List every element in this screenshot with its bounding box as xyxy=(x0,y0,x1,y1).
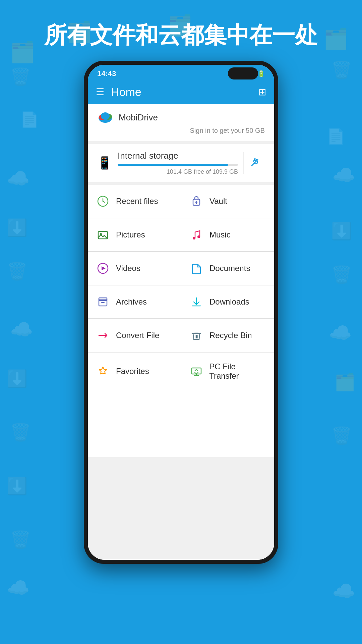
app-title: Home xyxy=(111,86,252,99)
mobidrive-signin: Sign in to get your 50 GB xyxy=(97,127,265,135)
documents-label: Documents xyxy=(209,264,250,273)
documents-icon xyxy=(189,261,203,275)
mobidrive-name: MobiDrive xyxy=(119,112,158,123)
menu-item-recent-files[interactable]: Recent files xyxy=(88,185,181,218)
menu-item-vault[interactable]: Vault xyxy=(181,185,274,218)
bottom-space xyxy=(88,390,274,457)
phone-screen: 14:43 📶 🔋 ☰ Home ⊞ xyxy=(88,65,274,560)
pc-file-transfer-label: PC File Transfer xyxy=(209,362,266,381)
menu-item-pc-file-transfer[interactable]: PC File Transfer xyxy=(181,353,274,390)
mobidrive-row: MobiDrive xyxy=(97,111,265,124)
phone-storage-icon: 📱 xyxy=(97,156,112,170)
menu-item-archives[interactable]: Archives xyxy=(88,285,181,318)
convert-file-icon xyxy=(96,328,110,342)
archives-label: Archives xyxy=(116,297,147,307)
menu-item-pictures[interactable]: Pictures xyxy=(88,218,181,251)
main-content: MobiDrive Sign in to get your 50 GB 📱 In… xyxy=(88,104,274,560)
videos-icon xyxy=(96,261,110,275)
menu-item-documents[interactable]: Documents xyxy=(181,252,274,285)
hamburger-menu-icon[interactable]: ☰ xyxy=(96,87,104,98)
phone-frame: 14:43 📶 🔋 ☰ Home ⊞ xyxy=(84,61,278,564)
storage-name: Internal storage xyxy=(118,151,238,161)
vault-icon xyxy=(189,194,203,208)
svg-point-3 xyxy=(101,112,110,120)
page-heading: 所有文件和云都集中在一处 xyxy=(31,20,331,51)
svg-point-10 xyxy=(197,235,200,238)
vault-label: Vault xyxy=(209,197,227,206)
archives-icon xyxy=(96,295,110,309)
status-time: 14:43 xyxy=(97,69,116,78)
svg-point-8 xyxy=(100,233,102,235)
menu-item-music[interactable]: Music xyxy=(181,218,274,251)
filter-icon[interactable]: ⊞ xyxy=(258,87,266,98)
recent-files-icon xyxy=(96,194,110,208)
menu-grid: Recent files Vault xyxy=(88,185,274,390)
favorites-label: Favorites xyxy=(116,367,149,376)
menu-item-favorites[interactable]: Favorites xyxy=(88,353,181,390)
storage-card[interactable]: 📱 Internal storage 101.4 GB free of 109.… xyxy=(88,144,274,182)
menu-item-convert-file[interactable]: Convert File xyxy=(88,319,181,352)
storage-free-text: 101.4 GB free of 109.9 GB xyxy=(118,168,238,175)
recycle-bin-icon xyxy=(189,328,203,342)
camera-notch xyxy=(228,67,258,79)
app-bar: ☰ Home ⊞ xyxy=(88,80,274,104)
svg-point-6 xyxy=(195,201,197,203)
music-label: Music xyxy=(209,230,231,239)
menu-item-recycle-bin[interactable]: Recycle Bin xyxy=(181,319,274,352)
recent-files-label: Recent files xyxy=(116,197,158,206)
convert-file-label: Convert File xyxy=(116,331,159,340)
music-icon xyxy=(189,228,203,242)
pictures-icon xyxy=(96,228,110,242)
storage-bar xyxy=(118,164,238,166)
clean-button[interactable] xyxy=(243,152,265,174)
downloads-label: Downloads xyxy=(209,297,249,307)
pictures-label: Pictures xyxy=(116,230,145,239)
recycle-bin-label: Recycle Bin xyxy=(209,331,252,340)
pc-file-transfer-icon xyxy=(189,364,203,378)
mobidrive-logo xyxy=(97,111,113,124)
mobidrive-card[interactable]: MobiDrive Sign in to get your 50 GB xyxy=(88,104,274,141)
downloads-icon xyxy=(189,295,203,309)
storage-bar-fill xyxy=(118,164,228,166)
battery-icon: 🔋 xyxy=(257,70,265,77)
videos-label: Videos xyxy=(116,264,140,273)
favorites-icon xyxy=(96,364,110,378)
svg-point-9 xyxy=(193,237,195,239)
menu-item-videos[interactable]: Videos xyxy=(88,252,181,285)
storage-info: Internal storage 101.4 GB free of 109.9 … xyxy=(118,151,238,175)
menu-item-downloads[interactable]: Downloads xyxy=(181,285,274,318)
